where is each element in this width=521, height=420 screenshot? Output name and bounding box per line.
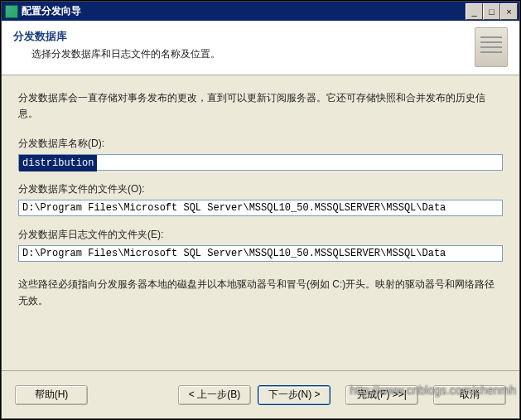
db-name-value: distribution [19, 155, 97, 171]
intro-text: 分发数据库会一直存储对事务发布的更改，直到可以更新订阅服务器。它还可存储快照和合… [18, 90, 503, 122]
wizard-header: 分发数据库 选择分发数据库和日志文件的名称及位置。 [2, 21, 519, 75]
close-button[interactable]: × [500, 3, 518, 20]
page-title: 分发数据库 [13, 29, 508, 44]
db-folder-input[interactable] [18, 200, 503, 216]
help-button[interactable]: 帮助(H) [15, 385, 88, 405]
db-name-input[interactable]: distribution [18, 154, 503, 171]
log-folder-input[interactable] [18, 245, 503, 262]
next-button[interactable]: 下一步(N) > [258, 385, 330, 405]
back-button[interactable]: < 上一步(B) [178, 385, 251, 405]
wizard-window: 配置分发向导 _ □ × 分发数据库 选择分发数据库和日志文件的名称及位置。 分… [1, 1, 520, 419]
page-subtitle: 选择分发数据库和日志文件的名称及位置。 [31, 47, 508, 61]
app-icon [5, 5, 18, 18]
maximize-button[interactable]: □ [483, 3, 500, 20]
button-bar: 帮助(H) < 上一步(B) 下一步(N) > 完成(F) >>| 取消 [2, 370, 519, 418]
header-graphic-icon [475, 27, 508, 67]
minimize-button[interactable]: _ [466, 3, 483, 20]
cancel-button[interactable]: 取消 [433, 385, 506, 405]
finish-button[interactable]: 完成(F) >>| [345, 385, 418, 405]
window-controls: _ □ × [466, 3, 518, 20]
path-note: 这些路径必须指向分发服务器本地的磁盘并以本地驱动器号和冒号(例如 C:)开头。映… [18, 277, 503, 308]
db-name-label: 分发数据库名称(D): [18, 137, 503, 151]
log-folder-label: 分发数据库日志文件的文件夹(E): [18, 228, 503, 242]
wizard-content: 分发数据库会一直存储对事务发布的更改，直到可以更新订阅服务器。它还可存储快照和合… [2, 75, 519, 370]
db-folder-label: 分发数据库文件的文件夹(O): [18, 182, 503, 196]
window-title: 配置分发向导 [22, 4, 466, 18]
titlebar: 配置分发向导 _ □ × [2, 2, 519, 21]
